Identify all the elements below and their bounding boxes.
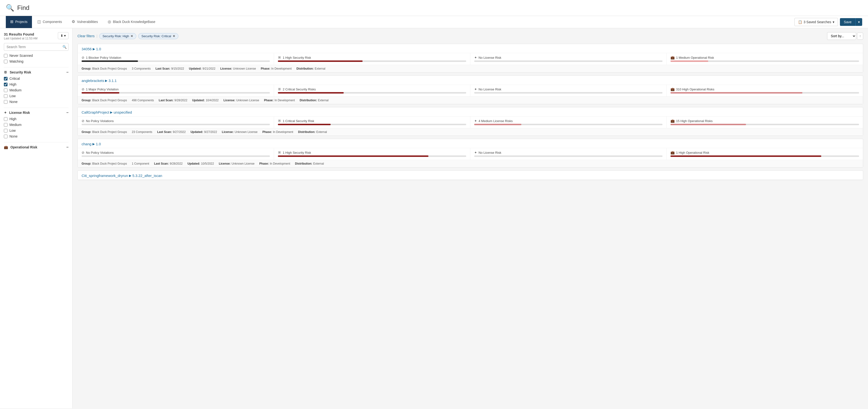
metric-cell-proj4-3: 💼 1 High Operational Risk	[666, 148, 863, 160]
metric-cell-proj1-3: 💼 1 Medium Operational Risk	[666, 53, 863, 65]
metric-icon-proj3-1: ⛨	[278, 119, 281, 123]
watching-checkbox[interactable]: Watching	[4, 60, 68, 63]
tab-components-label: Components	[43, 20, 62, 24]
never-scanned-check[interactable]	[4, 54, 7, 58]
meta-distribution-proj4: Distribution: External	[295, 162, 324, 165]
meta-license-proj4: License: Unknown License	[219, 162, 254, 165]
filter-tag-high-remove[interactable]: ✕	[130, 34, 133, 38]
metric-bar-proj3-1	[278, 124, 331, 125]
saved-searches-button[interactable]: 📋 3 Saved Searches ▾	[795, 18, 838, 26]
metric-label-proj3-3: 💼 15 High Operational Risks	[671, 119, 859, 123]
never-scanned-checkbox[interactable]: Never Scanned	[4, 54, 68, 58]
operational-risk-collapse-button[interactable]: −	[66, 145, 68, 149]
license-risk-title: License Risk	[9, 111, 30, 114]
security-none-checkbox[interactable]: None	[4, 100, 68, 104]
operational-risk-title: Operational Risk	[10, 145, 37, 149]
metric-bar-proj4-1	[278, 156, 428, 157]
project-version-proj4: 1.0	[96, 142, 101, 146]
project-link-proj1[interactable]: 34056 ▶ 1.0	[82, 47, 859, 51]
metric-label-proj2-2: ✦ No License Risk	[474, 87, 662, 91]
project-link-proj5[interactable]: Citi_springframework_dryrun ▶ 5.3.22_aft…	[82, 174, 859, 178]
results-count: 31 Results Found	[4, 32, 37, 36]
metric-bar-wrap-proj3-2	[474, 124, 662, 125]
sort-select[interactable]: Sort by...	[827, 32, 856, 40]
metric-text-proj4-3: 1 High Operational Risk	[676, 151, 709, 155]
metric-bar-wrap-proj4-3	[671, 156, 859, 157]
search-icon[interactable]: 🔍	[62, 45, 67, 49]
meta-phase-proj1: Phase: In Development	[261, 67, 291, 70]
meta-group-proj1: Group: Black Duck Project Groups	[82, 67, 127, 70]
security-low-checkbox[interactable]: Low	[4, 94, 68, 98]
license-none-check[interactable]	[4, 135, 7, 138]
tab-projects[interactable]: ⊞ Projects	[6, 16, 32, 28]
project-card-header-proj4: chang ▶ 1.0	[78, 139, 863, 148]
security-none-check[interactable]	[4, 100, 7, 104]
project-meta-proj4: Group: Black Duck Project Groups 1 Compo…	[78, 160, 863, 167]
meta-group-proj3: Group: Black Duck Project Groups	[82, 130, 127, 134]
license-none-checkbox[interactable]: None	[4, 134, 68, 138]
security-high-checkbox[interactable]: High	[4, 82, 68, 86]
license-low-checkbox[interactable]: Low	[4, 129, 68, 133]
security-low-check[interactable]	[4, 94, 7, 98]
tab-components[interactable]: ◫ Components	[33, 16, 66, 28]
metric-text-proj3-1: 1 Critical Security Risk	[283, 119, 314, 123]
metric-text-proj1-2: No License Risk	[478, 56, 501, 60]
tab-knowledgebase[interactable]: ◎ Black Duck KnowledgeBase	[103, 16, 160, 28]
metric-bar-proj1-3	[671, 61, 708, 62]
security-critical-checkbox[interactable]: Critical	[4, 77, 68, 80]
save-dropdown-button[interactable]: ▾	[856, 18, 862, 26]
metric-cell-proj2-3: 💼 310 High Operational Risks	[666, 85, 863, 97]
license-high-check[interactable]	[4, 117, 7, 121]
security-medium-check[interactable]	[4, 89, 7, 92]
license-low-check[interactable]	[4, 129, 7, 133]
metric-text-proj1-0: 1 Blocker Policy Violation	[86, 56, 121, 60]
security-high-check[interactable]	[4, 83, 7, 86]
security-medium-checkbox[interactable]: Medium	[4, 88, 68, 92]
project-metrics-proj1: ⊘ 1 Blocker Policy Violation ⛨ 1 High Se…	[78, 53, 863, 65]
nav-right-actions: 📋 3 Saved Searches ▾ Save ▾	[795, 18, 862, 26]
clear-filters-link[interactable]: Clear filters	[78, 34, 95, 38]
metric-cell-proj3-3: 💼 15 High Operational Risks	[666, 116, 863, 128]
license-risk-collapse-button[interactable]: −	[66, 111, 68, 114]
projects-list: 34056 ▶ 1.0 ⊘ 1 Blocker Policy Violation…	[78, 44, 863, 180]
metric-icon-proj2-1: ⛨	[278, 87, 281, 91]
security-critical-check[interactable]	[4, 77, 7, 80]
metric-icon-proj3-0: ⊘	[82, 119, 85, 123]
metric-bar-proj1-1	[278, 61, 363, 62]
security-risk-collapse-button[interactable]: −	[66, 70, 68, 74]
metric-label-proj3-2: ✦ 4 Medium License Risks	[474, 119, 662, 123]
project-card-header-proj2: anglebrackets ▶ 3.1.1	[78, 76, 863, 85]
export-button[interactable]: ⬇ ▾	[58, 32, 68, 39]
save-button[interactable]: Save	[840, 18, 856, 26]
watching-check[interactable]	[4, 60, 7, 63]
project-link-proj4[interactable]: chang ▶ 1.0	[82, 142, 859, 146]
filter-tag-high-label: Security Risk: High	[102, 34, 129, 38]
main-layout: 31 Results Found Last Updated at 11:53 A…	[0, 28, 868, 408]
sort-asc-button[interactable]: ↑	[857, 33, 863, 40]
metric-icon-proj1-1: ⛨	[278, 56, 281, 60]
tab-knowledgebase-label: Black Duck KnowledgeBase	[113, 20, 155, 24]
project-link-proj2[interactable]: anglebrackets ▶ 3.1.1	[82, 78, 859, 83]
license-medium-check[interactable]	[4, 123, 7, 127]
project-name-proj1: 34056	[82, 47, 92, 51]
project-card-proj2: anglebrackets ▶ 3.1.1 ⊘ 1 Major Policy V…	[78, 75, 863, 104]
metric-bar-proj3-2	[474, 124, 521, 125]
meta-updated-proj4: Updated: 10/5/2022	[188, 162, 214, 165]
meta-updated-proj2: Updated: 10/4/2022	[192, 99, 219, 102]
metric-icon-proj2-0: ⊘	[82, 87, 85, 91]
projects-icon: ⊞	[10, 19, 13, 24]
project-link-proj3[interactable]: CallGraphProject ▶ unspecified	[82, 110, 859, 114]
project-arrow-icon-proj4: ▶	[92, 142, 95, 146]
metric-text-proj1-1: 1 High Security Risk	[283, 56, 311, 60]
license-medium-checkbox[interactable]: Medium	[4, 123, 68, 127]
project-version-proj3: unspecified	[114, 110, 132, 114]
operational-risk-section: 💼 Operational Risk −	[4, 142, 68, 149]
tab-projects-label: Projects	[15, 20, 28, 24]
tab-vulnerabilities[interactable]: ⚙ Vulnerabilities	[67, 16, 102, 28]
metric-icon-proj4-3: 💼	[671, 150, 675, 155]
metric-text-proj2-2: No License Risk	[478, 88, 501, 91]
project-card-header-proj1: 34056 ▶ 1.0	[78, 44, 863, 53]
filter-tag-critical-remove[interactable]: ✕	[173, 34, 175, 38]
search-input[interactable]	[4, 43, 68, 51]
license-high-checkbox[interactable]: High	[4, 117, 68, 121]
